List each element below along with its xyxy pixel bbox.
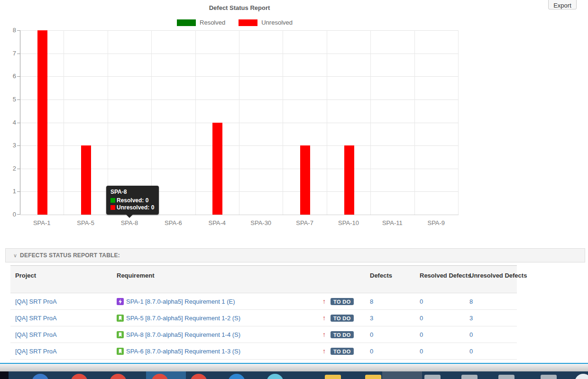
status-cell: ↑TO DO bbox=[318, 343, 365, 360]
unresolved-cell: 0 bbox=[465, 326, 517, 343]
unresolved-bar bbox=[81, 145, 91, 215]
defects-cell: 0 bbox=[365, 326, 415, 343]
unresolved-count-link[interactable]: 0 bbox=[469, 331, 473, 338]
y-axis-tick-label: 0 bbox=[2, 211, 16, 218]
resolved-cell: 0 bbox=[415, 326, 465, 343]
unresolved-count-link[interactable]: 0 bbox=[469, 348, 473, 355]
resolved-count-link[interactable]: 0 bbox=[420, 298, 423, 305]
requirement-cell: SPA-6 [8.7.0-alpha5] Requirement 1-3 (S) bbox=[112, 343, 318, 360]
folder-2-icon[interactable] bbox=[365, 375, 381, 379]
story-issue-type-icon bbox=[117, 315, 124, 322]
tooltip-swatch bbox=[110, 205, 115, 210]
unresolved-count-link[interactable]: 3 bbox=[469, 315, 473, 322]
chart-plot-area bbox=[20, 30, 459, 215]
gridline bbox=[458, 30, 459, 215]
requirement-link[interactable]: SPA-5 [8.7.0-alpha5] Requirement 1-2 (S) bbox=[126, 315, 240, 322]
column-header: Requirement bbox=[112, 266, 318, 293]
defect-status-chart: Defect Status Report ResolvedUnresolved … bbox=[0, 0, 479, 237]
defects-count-link[interactable]: 0 bbox=[370, 348, 373, 355]
y-axis-tick bbox=[17, 123, 20, 123]
x-axis-label: SPA-1 bbox=[20, 219, 64, 226]
table-row: [QA] SRT ProASPA-8 [8.7.0-alpha5] Requir… bbox=[10, 326, 517, 343]
tooltip-row: Resolved: 0 bbox=[110, 197, 154, 204]
gridline bbox=[20, 99, 459, 100]
unresolved-cell: 8 bbox=[465, 293, 517, 310]
project-cell: [QA] SRT ProA bbox=[10, 310, 112, 326]
resolved-count-link[interactable]: 0 bbox=[420, 331, 423, 338]
section-title: DEFECTS STATUS REPORT TABLE: bbox=[20, 252, 120, 259]
x-axis-label: SPA-4 bbox=[195, 219, 239, 226]
y-axis-tick-label: 5 bbox=[2, 96, 16, 103]
folder-1-icon[interactable] bbox=[325, 375, 341, 379]
defects-table-section-header[interactable]: ∨ DEFECTS STATUS REPORT TABLE: bbox=[5, 248, 585, 262]
defects-count-link[interactable]: 8 bbox=[370, 298, 373, 305]
app-red-1-icon[interactable] bbox=[71, 374, 88, 379]
x-axis-label: SPA-9 bbox=[414, 219, 458, 226]
project-cell: [QA] SRT ProA bbox=[10, 293, 112, 310]
unresolved-count-link[interactable]: 8 bbox=[469, 298, 473, 305]
app-blue-icon[interactable] bbox=[228, 374, 245, 379]
tooltip-row: Unresolved: 0 bbox=[110, 204, 154, 211]
resolved-cell: 0 bbox=[415, 310, 465, 326]
app-red-2-icon[interactable] bbox=[110, 374, 127, 379]
gridline bbox=[327, 30, 327, 215]
y-axis-tick-label: 6 bbox=[2, 72, 16, 80]
app-red-4-icon[interactable] bbox=[190, 374, 207, 379]
unresolved-cell: 0 bbox=[465, 343, 517, 360]
gridline bbox=[20, 30, 459, 31]
defects-count-link[interactable]: 0 bbox=[370, 331, 373, 338]
y-axis-tick-label: 4 bbox=[2, 119, 16, 126]
x-axis-label: SPA-7 bbox=[283, 219, 326, 226]
y-axis-tick bbox=[17, 145, 20, 146]
window-bottom-edge bbox=[0, 363, 588, 371]
x-axis-label: SPA-8 bbox=[108, 219, 151, 226]
x-axis-label: SPA-10 bbox=[327, 219, 370, 226]
resolved-count-link[interactable]: 0 bbox=[420, 315, 423, 322]
windows-taskbar bbox=[0, 371, 588, 379]
window-highlight[interactable] bbox=[382, 371, 422, 379]
project-link[interactable]: [QA] SRT ProA bbox=[15, 331, 57, 338]
defects-cell: 8 bbox=[365, 293, 415, 310]
x-axis-label: SPA-11 bbox=[370, 219, 414, 226]
unresolved-bar bbox=[37, 30, 47, 215]
gridline bbox=[64, 30, 64, 215]
chart-tooltip: SPA-8 Resolved: 0Unresolved: 0 bbox=[106, 186, 159, 215]
status-badge: TO DO bbox=[331, 331, 354, 338]
status-cell: ↑TO DO bbox=[318, 293, 365, 310]
legend-swatch bbox=[239, 19, 257, 26]
gridline bbox=[20, 76, 459, 77]
project-link[interactable]: [QA] SRT ProA bbox=[15, 348, 57, 355]
window-4-icon[interactable] bbox=[541, 375, 557, 379]
status-badge: TO DO bbox=[331, 348, 354, 355]
defects-cell: 3 bbox=[365, 310, 415, 326]
y-axis-tick bbox=[17, 191, 20, 192]
resolved-cell: 0 bbox=[415, 343, 465, 360]
y-axis-tick bbox=[17, 214, 20, 215]
export-button[interactable]: Export bbox=[548, 0, 577, 9]
requirement-link[interactable]: SPA-1 [8.7.0-alpha5] Requirement 1 (E) bbox=[126, 298, 235, 305]
tooltip-title: SPA-8 bbox=[110, 189, 154, 196]
project-link[interactable]: [QA] SRT ProA bbox=[15, 298, 57, 305]
resolved-count-link[interactable]: 0 bbox=[420, 348, 423, 355]
app-white-icon[interactable] bbox=[575, 374, 588, 379]
window-3-icon[interactable] bbox=[498, 375, 514, 379]
x-axis-label: SPA-30 bbox=[239, 219, 283, 226]
gridline bbox=[239, 30, 239, 215]
table-row: [QA] SRT ProASPA-1 [8.7.0-alpha5] Requir… bbox=[10, 293, 517, 310]
unresolved-bar bbox=[300, 145, 310, 215]
x-axis-label: SPA-6 bbox=[151, 219, 195, 226]
requirement-link[interactable]: SPA-8 [8.7.0-alpha5] Requirement 1-4 (S) bbox=[126, 331, 240, 338]
defects-count-link[interactable]: 3 bbox=[370, 315, 373, 322]
app-cyan-icon[interactable] bbox=[266, 374, 284, 379]
project-cell: [QA] SRT ProA bbox=[10, 326, 112, 343]
browser-blue-icon[interactable] bbox=[32, 374, 49, 379]
window-1-icon[interactable] bbox=[424, 375, 441, 379]
window-2-icon[interactable] bbox=[461, 375, 478, 379]
y-axis-tick-label: 7 bbox=[2, 50, 16, 57]
story-issue-type-icon bbox=[117, 331, 124, 338]
project-link[interactable]: [QA] SRT ProA bbox=[15, 315, 57, 322]
y-axis-tick-label: 8 bbox=[2, 27, 16, 34]
requirement-link[interactable]: SPA-6 [8.7.0-alpha5] Requirement 1-3 (S) bbox=[126, 348, 240, 355]
story-issue-type-icon bbox=[117, 348, 124, 355]
tooltip-swatch bbox=[110, 198, 115, 203]
